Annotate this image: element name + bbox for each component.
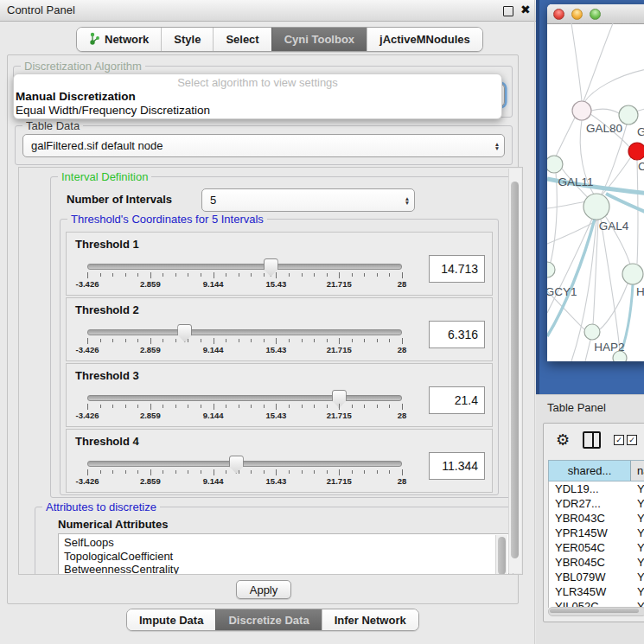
column-header-shared-name[interactable]: shared...	[549, 461, 631, 481]
network-edge[interactable]	[601, 220, 620, 351]
column-header-name[interactable]: name	[631, 461, 644, 481]
table-cell: YBL079W	[631, 570, 644, 584]
network-icon	[89, 32, 100, 48]
close-icon[interactable]: ✖	[520, 3, 531, 16]
network-node[interactable]	[613, 351, 627, 361]
slider-tick-labels: -3.4262.8599.14415.4321.71528	[87, 279, 402, 290]
network-node-gal[interactable]	[619, 105, 638, 124]
table-row[interactable]: YBR045CYBR045C	[549, 555, 644, 570]
tab-jactivemnodules[interactable]: jActiveMNodules	[367, 28, 482, 51]
table-row[interactable]: YBR043CYBR043C	[549, 511, 644, 526]
table-cell: YPR145W	[549, 526, 631, 540]
table-cell: YDL19	[631, 481, 644, 496]
tab-discretize-data[interactable]: Discretize Data	[215, 609, 321, 630]
table-cell: YER054C	[631, 540, 644, 555]
network-node-gal80[interactable]	[572, 101, 591, 120]
table-row[interactable]: YER054CYER054C	[549, 540, 644, 555]
threshold-label: Threshold 4	[75, 435, 139, 448]
threshold-slider[interactable]: -3.4262.8599.14415.4321.71528	[84, 390, 405, 423]
network-edge[interactable]	[550, 173, 557, 265]
tab-network[interactable]: Network	[77, 28, 161, 51]
network-edge[interactable]	[601, 124, 627, 195]
slider-track	[87, 329, 402, 335]
number-of-intervals-combobox[interactable]: 5 ▲▼	[201, 188, 415, 212]
table-row[interactable]: YBL079WYBL079W	[549, 570, 644, 584]
zoom-traffic-light-icon[interactable]	[590, 9, 601, 20]
table-toolbar: ⚙ ✓ ✓	[544, 424, 644, 456]
table-row[interactable]: YLR345WYLR345W	[549, 584, 644, 599]
network-edge[interactable]	[637, 160, 638, 264]
numerical-attributes-list[interactable]: SelfLoopsTopologicalCoefficientBetweenne…	[58, 533, 509, 575]
threshold-value-field[interactable]: 21.4	[429, 386, 485, 414]
network-node-label: H	[636, 285, 644, 298]
cyni-mode-tabs: Impute DataDiscretize DataInfer Network	[126, 609, 419, 631]
network-node-label: GAL	[637, 125, 644, 138]
network-node-c[interactable]	[628, 143, 644, 160]
network-edge-highlighted[interactable]	[547, 219, 595, 336]
threshold-slider[interactable]: -3.4262.8599.14415.4321.71528	[84, 258, 405, 291]
network-edge[interactable]	[591, 109, 619, 113]
network-edge[interactable]	[600, 284, 628, 329]
threshold-slider[interactable]: -3.4262.8599.14415.4321.71528	[84, 456, 405, 488]
application-window: Control Panel ✖ NetworkStyleSelectCyni T…	[0, 0, 644, 644]
threshold-label: Threshold 1	[75, 238, 139, 251]
table-rows: YDL19...YDL19YDR27...YDR27YBR043CYBR043C…	[548, 481, 644, 608]
tab-select[interactable]: Select	[213, 28, 271, 51]
slider-track	[87, 395, 402, 401]
network-node-label: GCY1	[547, 285, 577, 298]
threshold-label: Threshold 3	[75, 369, 139, 382]
network-edge[interactable]	[556, 116, 576, 156]
algorithm-option[interactable]: Manual Discretization	[14, 90, 501, 104]
table-data-combobox[interactable]: galFiltered.sif default node ▲▼	[22, 134, 505, 157]
tab-style[interactable]: Style	[161, 28, 213, 51]
network-edge[interactable]	[584, 68, 644, 102]
close-traffic-light-icon[interactable]	[553, 9, 564, 20]
tab-label: Select	[226, 33, 258, 46]
apply-button[interactable]: Apply	[236, 580, 291, 599]
attribute-list-item[interactable]: TopologicalCoefficient	[59, 550, 508, 564]
algorithm-option[interactable]: Equal Width/Frequency Discretization	[14, 104, 501, 118]
attribute-list-item[interactable]: BetweennessCentrality	[59, 563, 508, 575]
network-node-h[interactable]	[622, 264, 643, 284]
algorithm-dropdown-popup: Select algorithm to view settings Manual…	[13, 73, 502, 119]
gear-icon[interactable]: ⚙	[556, 432, 570, 448]
number-of-intervals-label: Number of Intervals	[67, 193, 172, 206]
network-view-window[interactable]: GAL80GALCGAL11GAL4GCY1HHAP2	[547, 4, 644, 361]
minimize-traffic-light-icon[interactable]	[571, 9, 583, 20]
network-node-label: GAL4	[599, 220, 629, 233]
tab-cyni-toolbox[interactable]: Cyni Toolbox	[271, 28, 367, 51]
table-cell: YDR27	[631, 496, 644, 511]
table-row[interactable]: YDL19...YDL19	[549, 481, 644, 496]
table-horizontal-scrollbar[interactable]	[548, 607, 644, 616]
list-scrollbar[interactable]	[495, 535, 507, 575]
node-table-panel: ⚙ ✓ ✓ shared...name YDL19...YDL19YDR27..…	[543, 423, 644, 622]
attributes-group-title: Attributes to discretize	[42, 501, 160, 513]
threshold-value-field[interactable]: 14.713	[429, 255, 485, 283]
float-window-icon[interactable]	[503, 6, 513, 16]
node-table: shared...name YDL19...YDL19YDR27...YDR27…	[548, 460, 644, 608]
table-row[interactable]: YPR145WYPR145W	[549, 526, 644, 540]
columns-icon[interactable]	[583, 431, 601, 449]
control-panel-tabs: NetworkStyleSelectCyni ToolboxjActiveMNo…	[76, 27, 483, 52]
network-graph-canvas[interactable]: GAL80GALCGAL11GAL4GCY1HHAP2	[547, 23, 644, 361]
attribute-list-item[interactable]: SelfLoops	[59, 536, 508, 550]
threshold-value-field[interactable]: 11.344	[429, 452, 485, 480]
network-edge[interactable]	[571, 23, 582, 101]
network-window-titlebar[interactable]	[547, 4, 644, 24]
network-node-gal11[interactable]	[547, 156, 563, 173]
panel-divider[interactable]	[534, 0, 535, 644]
tab-impute-data[interactable]: Impute Data	[127, 609, 215, 630]
network-edge[interactable]	[593, 220, 598, 324]
network-edge[interactable]	[547, 201, 587, 208]
network-node-hap2[interactable]	[584, 324, 600, 340]
network-node-gal4[interactable]	[583, 194, 609, 220]
interval-definition-group: Interval Definition Number of Intervals …	[50, 176, 513, 498]
tab-infer-network[interactable]: Infer Network	[322, 609, 418, 630]
table-row[interactable]: YDR27...YDR27	[549, 496, 644, 511]
threshold-slider[interactable]: -3.4262.8599.14415.4321.71528	[84, 324, 405, 357]
settings-scrollbar[interactable]	[508, 169, 521, 573]
select-columns-icon[interactable]: ✓ ✓	[614, 435, 637, 445]
threshold-value-field[interactable]: 6.316	[429, 321, 485, 348]
network-node-gcy1[interactable]	[547, 262, 555, 277]
slider-ticks	[87, 469, 402, 476]
